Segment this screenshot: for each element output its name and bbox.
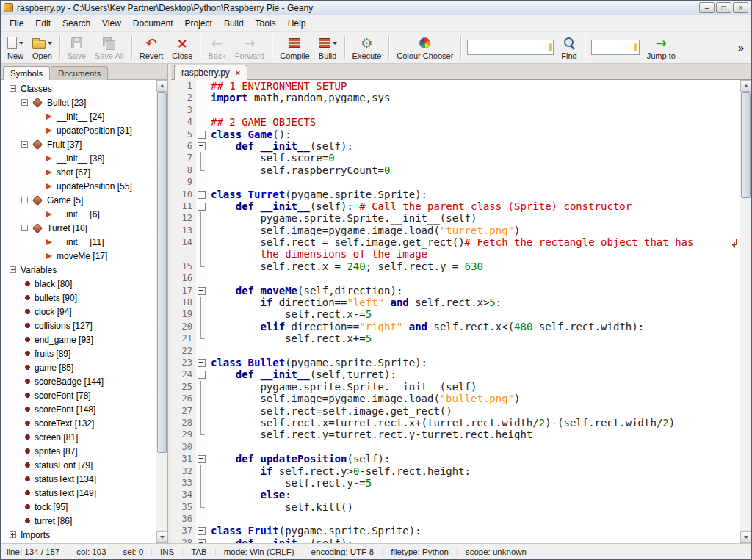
- code-editor[interactable]: 1## 1 ENVIRONMENT SETUP2import math,rand…: [171, 80, 740, 543]
- symbol-fruit[interactable]: Fruit [37]: [1, 137, 156, 151]
- expander-icon[interactable]: [21, 141, 28, 148]
- code-line[interactable]: 36: [171, 513, 740, 525]
- fold-toggle-icon[interactable]: [196, 140, 207, 152]
- symbol-sprites[interactable]: sprites [87]: [1, 444, 156, 458]
- code-line[interactable]: 29 self.rect.y=turret.rect.y-turret.rect…: [171, 429, 740, 440]
- fold-toggle-icon[interactable]: [196, 537, 207, 543]
- menu-help[interactable]: Help: [282, 16, 312, 31]
- code-line[interactable]: 11 def __init__(self): # Call the parent…: [171, 200, 740, 212]
- fold-toggle-icon[interactable]: [196, 285, 207, 297]
- symbol-screen[interactable]: screen [81]: [1, 430, 156, 444]
- search-input[interactable]: [467, 40, 554, 55]
- scroll-up-button[interactable]: [156, 80, 167, 92]
- code-line[interactable]: 1## 1 ENVIRONMENT SETUP: [171, 80, 740, 92]
- jump-to-button[interactable]: →Jump to: [643, 34, 680, 61]
- code-line[interactable]: 25 pygame.sprite.Sprite.__init__(self): [171, 381, 740, 393]
- close-button[interactable]: ×Close: [167, 34, 197, 61]
- code-line[interactable]: 17 def moveMe(self,direction):: [171, 285, 740, 297]
- scroll-down-button[interactable]: [156, 531, 167, 543]
- code-line[interactable]: 2import math,random,pygame,sys: [171, 92, 740, 103]
- code-line[interactable]: 38 def __init__(self):: [171, 537, 740, 543]
- code-line[interactable]: 9: [171, 176, 740, 188]
- code-line[interactable]: 5class Game():: [171, 128, 740, 140]
- symbol-game[interactable]: Game [5]: [1, 193, 156, 207]
- compile-button[interactable]: Compile: [275, 34, 314, 61]
- expander-icon[interactable]: [10, 85, 16, 92]
- symbol-end_game[interactable]: end_game [93]: [1, 332, 156, 346]
- code-line[interactable]: 27 self.rect=self.image.get_rect(): [171, 405, 740, 417]
- symbol-updateposition[interactable]: updatePosition [31]: [1, 123, 156, 137]
- symbol-shot[interactable]: shot [67]: [1, 165, 156, 179]
- menu-build[interactable]: Build: [218, 16, 250, 31]
- menu-edit[interactable]: Edit: [29, 16, 57, 31]
- tab-close-icon[interactable]: ×: [236, 68, 240, 77]
- fold-toggle-icon[interactable]: [196, 357, 207, 368]
- toolbar-overflow-button[interactable]: »: [733, 41, 749, 54]
- menu-file[interactable]: File: [4, 16, 29, 31]
- sidebar-scrollbar[interactable]: [156, 80, 167, 543]
- symbol-turret[interactable]: turret [86]: [1, 514, 156, 528]
- code-line[interactable]: 14 self.rect = self.image.get_rect()# Fe…: [171, 236, 740, 248]
- jump-to-input[interactable]: [591, 40, 640, 55]
- new-button[interactable]: New: [3, 34, 28, 61]
- code-line[interactable]: 10class Turret(pygame.sprite.Sprite):: [171, 189, 740, 200]
- maximize-button[interactable]: □: [716, 2, 731, 13]
- scroll-down-button[interactable]: [740, 531, 751, 543]
- menu-project[interactable]: Project: [179, 16, 218, 31]
- revert-button[interactable]: ↶Revert: [135, 34, 167, 61]
- code-line[interactable]: 6 def __init__(self):: [171, 140, 740, 152]
- symbol-scorefont[interactable]: scoreFont [78]: [1, 388, 156, 402]
- minimize-button[interactable]: –: [699, 2, 715, 13]
- symbol-scorefont[interactable]: scoreFont [148]: [1, 402, 156, 416]
- expander-icon[interactable]: [10, 531, 16, 538]
- code-line[interactable]: the dimensions of the image: [171, 248, 740, 260]
- category-imports[interactable]: Imports: [1, 528, 156, 542]
- editor-scroll-track[interactable]: [740, 92, 751, 531]
- menu-document[interactable]: Document: [127, 16, 179, 31]
- symbol-bullets[interactable]: bullets [90]: [1, 291, 156, 305]
- code-line[interactable]: 18 if direction=="left" and self.rect.x>…: [171, 297, 740, 308]
- symbol-updateposition[interactable]: updatePosition [55]: [1, 179, 156, 193]
- open-button[interactable]: Open: [28, 34, 57, 61]
- code-line[interactable]: 19 self.rect.x-=5: [171, 308, 740, 320]
- code-line[interactable]: 30: [171, 441, 740, 453]
- symbol-statusfont[interactable]: statusFont [79]: [1, 458, 156, 472]
- symbol-__init__[interactable]: __init__ [24]: [1, 109, 156, 123]
- menu-tools[interactable]: Tools: [250, 16, 282, 31]
- tab-documents[interactable]: Documents: [51, 66, 108, 80]
- fold-toggle-icon[interactable]: [196, 368, 207, 380]
- code-line[interactable]: 33 self.rect.y-=5: [171, 477, 740, 489]
- close-button[interactable]: ×: [733, 2, 748, 13]
- symbol-scorebadge[interactable]: scoreBadge [144]: [1, 374, 156, 388]
- symbol-statustext[interactable]: statusText [149]: [1, 486, 156, 500]
- expander-icon[interactable]: [21, 197, 28, 203]
- symbol-game[interactable]: game [85]: [1, 360, 156, 374]
- expander-icon[interactable]: [10, 266, 16, 273]
- code-line[interactable]: 20 elif direction=="right" and self.rect…: [171, 321, 740, 332]
- execute-button[interactable]: ⚙Execute: [348, 34, 386, 61]
- fold-toggle-icon[interactable]: [196, 453, 207, 465]
- tab-raspberry-py[interactable]: raspberry.py ×: [174, 65, 247, 80]
- sidebar-scroll-track[interactable]: [156, 92, 167, 531]
- code-line[interactable]: 16: [171, 272, 740, 284]
- code-line[interactable]: 31 def updatePosition(self):: [171, 453, 740, 465]
- symbol-moveme[interactable]: moveMe [17]: [1, 249, 156, 263]
- code-line[interactable]: 34 else:: [171, 489, 740, 501]
- symbols-tree[interactable]: ClassesBullet [23]__init__ [24]updatePos…: [1, 80, 156, 543]
- symbol-__init__[interactable]: __init__ [38]: [1, 151, 156, 165]
- symbol-fruits[interactable]: fruits [89]: [1, 346, 156, 360]
- code-line[interactable]: 12 pygame.sprite.Sprite.__init__(self): [171, 212, 740, 224]
- symbol-scoretext[interactable]: scoreText [132]: [1, 416, 156, 430]
- symbol-tock[interactable]: tock [95]: [1, 500, 156, 514]
- symbol-collisions[interactable]: collisions [127]: [1, 319, 156, 332]
- code-line[interactable]: 32 if self.rect.y>0-self.rect.height:: [171, 465, 740, 477]
- code-line[interactable]: 4## 2 GAME OBJECTS: [171, 116, 740, 128]
- code-line[interactable]: 3: [171, 104, 740, 116]
- menu-search[interactable]: Search: [57, 16, 96, 31]
- category-variables[interactable]: Variables: [1, 263, 156, 277]
- symbol-__init__[interactable]: __init__ [6]: [1, 207, 156, 221]
- build-button[interactable]: Build: [314, 34, 341, 61]
- code-line[interactable]: 24 def __init__(self,turret):: [171, 368, 740, 380]
- code-line[interactable]: 22: [171, 345, 740, 357]
- tab-symbols[interactable]: Symbols: [3, 66, 50, 80]
